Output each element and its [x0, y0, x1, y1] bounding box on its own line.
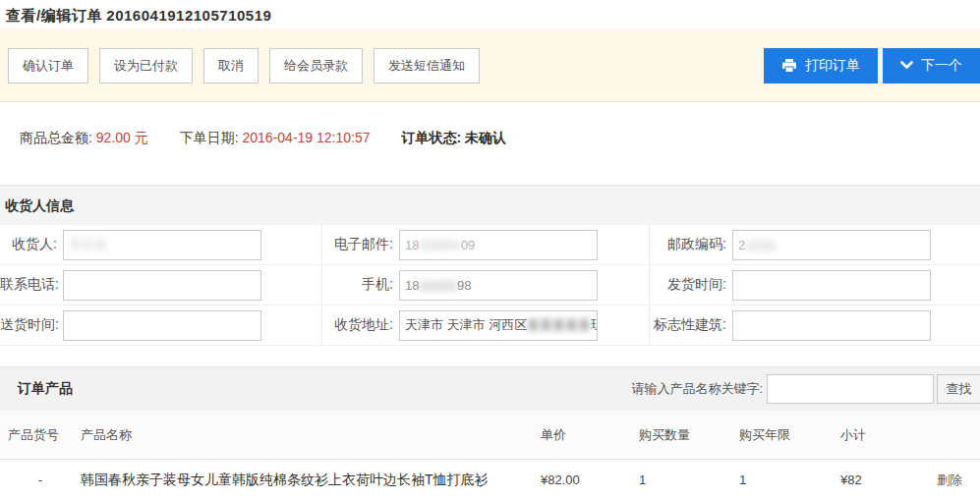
- record-member-payment-button[interactable]: 给会员录款: [269, 48, 363, 83]
- section-gap: [0, 346, 980, 366]
- order-total-value: 92.00 元: [96, 130, 148, 145]
- field-delivery-time: 送货时间:: [0, 306, 321, 346]
- col-purchase-years: 购买年限: [739, 426, 840, 444]
- field-mobile: 手机: 1811111198: [321, 265, 650, 306]
- products-section-title: 订单产品: [18, 380, 73, 398]
- confirm-order-button[interactable]: 确认订单: [8, 48, 88, 83]
- recipient-name-label: 收货人:: [0, 236, 57, 253]
- product-search-button[interactable]: 查找: [937, 374, 980, 404]
- delivery-time-input[interactable]: [63, 310, 261, 341]
- products-section-header: 订单产品 请输入产品名称关键字: 查找: [0, 366, 980, 411]
- col-product-name: 产品名称: [81, 426, 541, 444]
- next-order-button[interactable]: 下一个: [883, 48, 980, 83]
- product-search-label: 请输入产品名称关键字:: [631, 380, 763, 398]
- product-search-input[interactable]: [767, 374, 934, 404]
- print-order-label: 打印订单: [805, 57, 860, 75]
- landmark-input[interactable]: [732, 310, 931, 341]
- product-unit-price: ¥82.00: [541, 472, 639, 487]
- next-order-label: 下一个: [921, 57, 962, 75]
- print-order-button[interactable]: 打印订单: [764, 48, 878, 83]
- set-paid-button[interactable]: 设为已付款: [99, 48, 193, 83]
- products-table-header: 产品货号 产品名称 单价 购买数量 购买年限 小计: [0, 411, 980, 460]
- postal-code-label: 邮政编码:: [650, 236, 726, 253]
- title-bar: 查看/编辑订单 2016041912105710519: [0, 0, 980, 29]
- chevron-down-icon: [900, 61, 913, 70]
- field-postal-code: 邮政编码: 211111: [650, 225, 980, 265]
- field-email: 电子邮件: 1811500109: [321, 225, 650, 265]
- col-sku: 产品货号: [0, 426, 81, 444]
- page-title: 查看/编辑订单 2016041912105710519: [6, 7, 974, 26]
- mobile-label: 手机:: [322, 276, 393, 294]
- printer-icon: [781, 59, 797, 73]
- product-purchase-years: 1: [739, 472, 840, 487]
- product-quantity: 1: [639, 472, 739, 487]
- contact-phone-label: 联系电话:: [0, 276, 57, 294]
- email-input[interactable]: 1811500109: [399, 230, 598, 260]
- product-name: 韩国春秋亲子装母女儿童韩版纯棉条纹衫上衣荷叶边长袖T恤打底衫: [81, 472, 541, 489]
- field-ship-time: 发货时间:: [650, 265, 980, 306]
- order-status-label: 订单状态:: [402, 130, 462, 145]
- mobile-input[interactable]: 1811111198: [399, 270, 598, 301]
- order-date-value: 2016-04-19 12:10:57: [243, 130, 371, 145]
- delivery-time-label: 送货时间:: [0, 316, 57, 334]
- order-status: 订单状态: 未确认: [402, 130, 507, 147]
- order-summary: 商品总金额: 92.00 元 下单日期: 2016-04-19 12:10:57…: [0, 102, 980, 185]
- products-table: 产品货号 产品名称 单价 购买数量 购买年限 小计 - 韩国春秋亲子装母女儿童韩…: [0, 411, 980, 500]
- address-label: 收货地址:: [322, 316, 393, 334]
- email-label: 电子邮件:: [322, 236, 393, 253]
- field-contact-phone: 联系电话:: [0, 265, 321, 306]
- recipient-section-header: 收货人信息: [0, 185, 980, 225]
- ship-time-label: 发货时间:: [650, 276, 726, 294]
- col-unit-price: 单价: [541, 426, 639, 444]
- recipient-form: 收货人: 李某某 电子邮件: 1811500109 邮政编码: 211111 联…: [0, 225, 980, 346]
- send-sms-button[interactable]: 发送短信通知: [374, 48, 480, 83]
- field-landmark: 标志性建筑:: [650, 306, 980, 346]
- recipient-section-title: 收货人信息: [5, 197, 74, 213]
- delete-product-link[interactable]: 删除: [937, 472, 962, 487]
- product-search-bar: 请输入产品名称关键字: 查找: [631, 374, 980, 404]
- field-recipient-name: 收货人: 李某某: [0, 225, 321, 265]
- contact-phone-input[interactable]: [63, 270, 261, 301]
- order-date: 下单日期: 2016-04-19 12:10:57: [180, 130, 371, 147]
- ship-time-input[interactable]: [732, 270, 931, 301]
- product-sku: -: [0, 472, 81, 487]
- landmark-label: 标志性建筑:: [650, 316, 726, 334]
- recipient-name-input[interactable]: 李某某: [63, 230, 261, 260]
- order-status-value: 未确认: [465, 130, 506, 145]
- order-date-label: 下单日期:: [180, 130, 239, 145]
- action-toolbar: 确认订单 设为已付款 取消 给会员录款 发送短信通知 打印订单 下一个: [0, 29, 980, 102]
- order-total: 商品总金额: 92.00 元: [20, 130, 148, 147]
- postal-code-input[interactable]: 211111: [732, 230, 931, 260]
- cancel-button[interactable]: 取消: [203, 48, 259, 83]
- col-subtotal: 小计: [840, 426, 937, 444]
- order-total-label: 商品总金额:: [20, 130, 92, 145]
- address-input[interactable]: 天津市 天津市 河西区某某某某某现7: [399, 310, 598, 341]
- field-address: 收货地址: 天津市 天津市 河西区某某某某某现7: [321, 306, 650, 346]
- col-quantity: 购买数量: [639, 426, 739, 444]
- product-subtotal: ¥82: [840, 472, 937, 487]
- product-row: - 韩国春秋亲子装母女儿童韩版纯棉条纹衫上衣荷叶边长袖T恤打底衫 ¥82.00 …: [0, 460, 980, 500]
